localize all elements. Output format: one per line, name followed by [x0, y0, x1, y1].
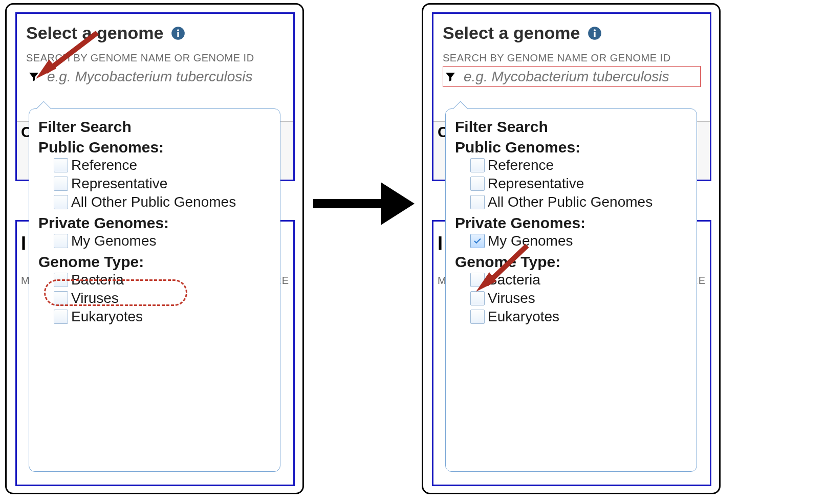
panel-title: Select a genome [26, 23, 284, 43]
private-genomes-heading: Private Genomes: [455, 214, 687, 232]
option-reference[interactable]: Reference [54, 156, 271, 174]
svg-point-9 [594, 29, 596, 31]
checkbox-reference[interactable] [54, 158, 68, 172]
option-eukaryotes[interactable]: Eukaryotes [54, 308, 271, 326]
panel-title-text: Select a genome [443, 23, 580, 43]
label-viruses: Viruses [71, 290, 119, 306]
option-all-other[interactable]: All Other Public Genomes [54, 193, 271, 211]
search-row [26, 66, 284, 87]
option-representative[interactable]: Representative [470, 174, 687, 193]
filter-search-dropdown-right: Filter Search Public Genomes: Reference … [445, 108, 697, 472]
funnel-icon[interactable] [444, 71, 457, 83]
checkbox-representative[interactable] [470, 177, 485, 191]
panel-title-text: Select a genome [26, 23, 163, 43]
option-reference[interactable]: Reference [470, 156, 687, 174]
search-row [443, 66, 701, 87]
option-representative[interactable]: Representative [54, 174, 271, 193]
option-my-genomes-right[interactable]: My Genomes [470, 232, 687, 250]
private-genomes-heading: Private Genomes: [38, 214, 271, 232]
genome-type-heading: Genome Type: [38, 253, 271, 271]
dropdown-title: Filter Search [455, 118, 687, 136]
panel-title: Select a genome [443, 23, 701, 43]
checkbox-all-other[interactable] [470, 195, 485, 209]
genome-search-input[interactable] [46, 68, 282, 85]
checkbox-representative[interactable] [54, 177, 68, 191]
search-label: SEARCH BY GENOME NAME OR GENOME ID [26, 52, 284, 64]
label-my-genomes: My Genomes [488, 233, 573, 249]
transition-arrow-icon [309, 173, 417, 234]
svg-rect-8 [594, 32, 596, 36]
checkbox-eukaryotes[interactable] [54, 310, 68, 324]
checkbox-viruses[interactable] [54, 291, 68, 305]
svg-marker-1 [381, 182, 415, 225]
label-all-other: All Other Public Genomes [71, 194, 236, 210]
label-my-genomes: My Genomes [71, 233, 157, 249]
genome-search-input[interactable] [463, 68, 699, 85]
option-bacteria[interactable]: Bacteria [470, 271, 687, 289]
search-label: SEARCH BY GENOME NAME OR GENOME ID [443, 52, 701, 64]
label-representative: Representative [71, 176, 167, 192]
checkbox-reference[interactable] [470, 158, 485, 172]
checkbox-all-other[interactable] [54, 195, 68, 209]
label-reference: Reference [71, 157, 137, 173]
funnel-icon[interactable] [28, 71, 40, 83]
checkbox-viruses[interactable] [470, 291, 485, 305]
public-genomes-heading: Public Genomes: [38, 139, 271, 156]
option-bacteria[interactable]: Bacteria [54, 271, 271, 289]
option-viruses[interactable]: Viruses [54, 289, 271, 308]
option-my-genomes-left[interactable]: My Genomes [54, 232, 271, 250]
dropdown-title: Filter Search [38, 118, 271, 136]
label-reference: Reference [488, 157, 554, 173]
checkbox-my-genomes-right[interactable] [470, 234, 485, 248]
label-all-other: All Other Public Genomes [488, 194, 653, 210]
genome-type-heading: Genome Type: [455, 253, 687, 271]
label-viruses: Viruses [488, 290, 535, 306]
truncated-i: I [438, 233, 443, 254]
option-all-other[interactable]: All Other Public Genomes [470, 193, 687, 211]
checkbox-my-genomes-left[interactable] [54, 234, 68, 248]
label-representative: Representative [488, 176, 584, 192]
svg-point-4 [177, 29, 179, 31]
truncated-i: I [21, 233, 26, 254]
option-eukaryotes[interactable]: Eukaryotes [470, 308, 687, 326]
checkbox-eukaryotes[interactable] [470, 310, 485, 324]
public-genomes-heading: Public Genomes: [455, 139, 687, 156]
filter-search-dropdown-left: Filter Search Public Genomes: Reference … [29, 108, 280, 472]
label-bacteria: Bacteria [488, 272, 540, 288]
label-bacteria: Bacteria [71, 272, 124, 288]
checkbox-bacteria[interactable] [54, 273, 68, 287]
option-viruses[interactable]: Viruses [470, 289, 687, 308]
label-eukaryotes: Eukaryotes [488, 309, 559, 325]
label-eukaryotes: Eukaryotes [71, 309, 143, 325]
checkbox-bacteria[interactable] [470, 273, 485, 287]
info-icon[interactable] [587, 26, 602, 41]
info-icon[interactable] [170, 26, 186, 41]
svg-rect-3 [178, 32, 179, 36]
